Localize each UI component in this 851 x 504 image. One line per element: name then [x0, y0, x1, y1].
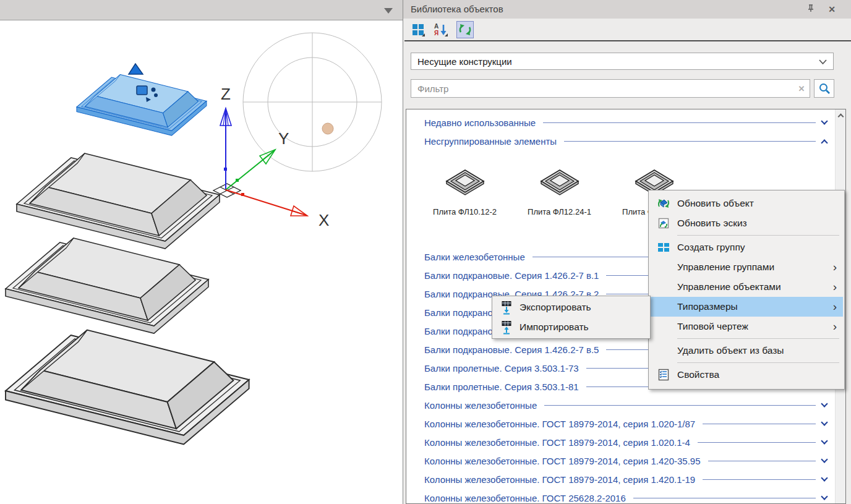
- list-item[interactable]: Колонны железобетонные. ГОСТ 18979-2014,…: [406, 414, 836, 433]
- menu-item-update-sketch[interactable]: Обновить эскиз: [650, 213, 843, 233]
- x-axis: [226, 190, 307, 216]
- update-sketch-icon: [650, 216, 677, 230]
- model-viewport: Z Y X: [0, 0, 403, 504]
- panel-toolbar: А Я: [403, 19, 851, 41]
- z-axis-label: Z: [221, 85, 231, 103]
- update-object-icon: [650, 197, 677, 210]
- panel-header: Библиотека объектов ✕: [403, 0, 851, 19]
- category-value: Несущие конструкции: [417, 56, 512, 67]
- grid-view-icon: [411, 22, 426, 37]
- search-icon: [818, 82, 831, 95]
- menu-item-typical-drawing[interactable]: Типовой чертеж ›: [650, 317, 843, 336]
- menu-item-delete-object[interactable]: Удалить объект из базы: [650, 341, 843, 361]
- create-group-icon: [650, 241, 677, 254]
- scroll-up-button[interactable]: [836, 110, 846, 121]
- chevron-up-icon[interactable]: [821, 139, 827, 146]
- item-label: Плита ФЛ12.24-1: [512, 207, 607, 216]
- list-item[interactable]: Колонны железобетонные. ГОСТ 18979-2014,…: [406, 451, 836, 470]
- orbit-cursor-dot: [322, 123, 333, 134]
- plate-thumbnail-icon: [540, 166, 579, 196]
- search-button[interactable]: [814, 79, 834, 98]
- viewport-dropdown-icon[interactable]: [384, 8, 393, 14]
- item-label: Плита ФЛ10.12-2: [417, 207, 512, 216]
- viewport-header-bar[interactable]: [0, 0, 403, 20]
- menu-item-manage-groups[interactable]: Управление группами ›: [650, 257, 843, 277]
- sort-button[interactable]: А Я: [432, 21, 449, 38]
- menu-item-update-object[interactable]: Обновить объект: [650, 194, 843, 213]
- export-icon: [494, 300, 520, 315]
- section-rule: [564, 141, 816, 142]
- chevron-down-icon[interactable]: [821, 474, 827, 481]
- section-recently-used[interactable]: Недавно использованные: [406, 113, 836, 132]
- list-item[interactable]: Колонны железобетонные. ГОСТ 18979-2014,…: [406, 470, 836, 489]
- plate-object-4[interactable]: [6, 330, 249, 445]
- list-item[interactable]: Колонны железобетонные: [406, 396, 836, 414]
- plate-object-selected[interactable]: [77, 75, 207, 136]
- section-label: Несгруппированные элементы: [424, 136, 557, 147]
- chevron-down-icon[interactable]: [821, 419, 827, 425]
- chevron-down-icon[interactable]: [821, 493, 827, 500]
- list-item[interactable]: Колонны железобетонные. ГОСТ 18979-2014,…: [406, 433, 836, 451]
- filter-input[interactable]: [411, 83, 793, 94]
- pin-icon[interactable]: [804, 3, 818, 15]
- svg-text:А: А: [434, 23, 438, 30]
- orbit-navigation-wheel[interactable]: [243, 33, 382, 171]
- y-axis-label: Y: [278, 129, 289, 148]
- chevron-down-icon[interactable]: [821, 400, 827, 407]
- ucs-axis-triad: Z Y X: [213, 85, 329, 229]
- svg-text:Я: Я: [434, 30, 438, 36]
- section-ungrouped[interactable]: Несгруппированные элементы: [406, 132, 836, 150]
- properties-icon: [650, 368, 677, 382]
- panel-title: Библиотека объектов: [411, 4, 503, 14]
- menu-item-properties[interactable]: Свойства: [650, 365, 843, 385]
- section-rule: [543, 122, 816, 123]
- import-icon: [494, 320, 520, 335]
- list-item[interactable]: Колонны железобетонные. ГОСТ 25628.2-201…: [406, 489, 836, 504]
- submenu-item-import[interactable]: Импортировать: [494, 317, 649, 337]
- clear-filter-icon[interactable]: ✕: [793, 84, 810, 93]
- chevron-up-icon: [838, 114, 844, 120]
- chevron-down-icon[interactable]: [821, 456, 827, 463]
- plate-thumbnail-icon: [445, 166, 485, 196]
- plate-object-2[interactable]: [17, 153, 220, 249]
- context-menu: Обновить объект Обновить эскиз Создать г…: [648, 190, 845, 390]
- plate-object-3[interactable]: [6, 238, 208, 333]
- chevron-down-icon: [819, 59, 827, 65]
- chevron-down-icon[interactable]: [821, 117, 827, 124]
- submenu-arrow-icon: ›: [827, 260, 843, 274]
- submenu-arrow-icon: ›: [827, 320, 843, 333]
- submenu-arrow-icon: ›: [827, 300, 843, 314]
- submenu-item-export[interactable]: Экспортировать: [494, 297, 649, 317]
- z-axis: [220, 108, 231, 190]
- menu-item-manage-objects[interactable]: Управление объектами ›: [650, 277, 843, 297]
- x-axis-label: X: [319, 211, 329, 229]
- library-item[interactable]: Плита ФЛ12.24-1: [512, 150, 607, 231]
- refresh-icon: [458, 23, 472, 36]
- menu-item-type-sizes[interactable]: Типоразмеры ›: [650, 297, 843, 317]
- y-axis: [226, 150, 275, 190]
- menu-separator: [677, 235, 839, 236]
- category-select[interactable]: Несущие конструкции: [411, 53, 834, 70]
- menu-separator: [677, 362, 839, 363]
- section-label: Недавно использованные: [424, 117, 536, 128]
- menu-separator: [677, 338, 839, 339]
- sort-alpha-icon: А Я: [433, 22, 448, 37]
- typesizes-submenu: Экспортировать Импортировать: [492, 296, 651, 339]
- menu-item-create-group[interactable]: Создать группу: [650, 237, 843, 257]
- close-icon[interactable]: ✕: [825, 3, 839, 15]
- chevron-down-icon[interactable]: [821, 437, 827, 444]
- view-mode-button[interactable]: [409, 21, 427, 38]
- viewport-canvas[interactable]: Z Y X: [0, 20, 403, 504]
- toolbar-separator: [404, 40, 851, 41]
- filter-field-wrap: ✕: [411, 79, 810, 98]
- library-item[interactable]: Плита ФЛ10.12-2: [417, 150, 512, 231]
- refresh-button[interactable]: [456, 21, 474, 38]
- submenu-arrow-icon: ›: [827, 280, 843, 294]
